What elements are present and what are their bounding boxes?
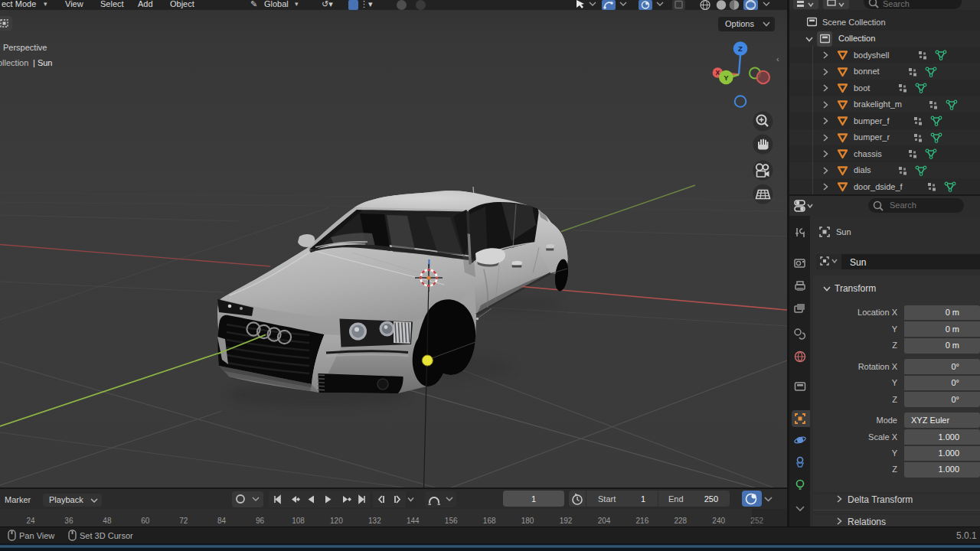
svg-text:Y: Y [724, 73, 729, 82]
svg-text:Options: Options [725, 19, 754, 28]
svg-text:‹: ‹ [776, 54, 779, 64]
svg-text:Z: Z [738, 44, 743, 53]
svg-text:ollection: ollection [0, 58, 28, 67]
svg-text:Perspective: Perspective [3, 43, 47, 52]
svg-text:| Sun: | Sun [33, 58, 53, 67]
